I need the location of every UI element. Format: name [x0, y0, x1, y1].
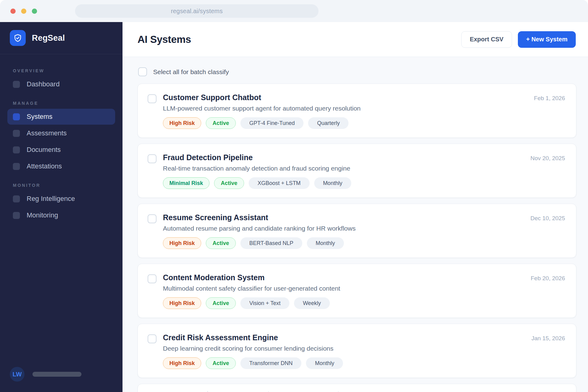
systems-list: Select all for batch classify Customer S…	[123, 57, 588, 392]
sidebar-item-reg-intelligence[interactable]: Reg Intelligence	[7, 191, 115, 207]
page-header: AI Systems Export CSV + New System	[123, 22, 588, 57]
avatar[interactable]: LW	[10, 367, 24, 382]
risk-badge: High Risk	[163, 357, 201, 369]
cadence-badge: Weekly	[294, 297, 330, 309]
browser-window: regseal.ai/systems RegSeal OVERVIEWDashb…	[0, 0, 588, 392]
cadence-badge: Monthly	[306, 357, 343, 369]
system-checkbox[interactable]	[148, 154, 156, 163]
address-bar-url: regseal.ai/systems	[171, 8, 223, 15]
system-date: Feb 20, 2026	[531, 275, 565, 282]
browser-chrome: regseal.ai/systems	[0, 0, 588, 22]
status-badge: Active	[214, 177, 244, 189]
system-description: Automated resume parsing and candidate r…	[163, 225, 523, 232]
model-badge: Transformer DNN	[240, 357, 301, 369]
system-date: Dec 10, 2025	[530, 215, 565, 222]
maximize-window-icon[interactable]	[32, 9, 37, 14]
sidebar-item-systems[interactable]: Systems	[7, 109, 115, 125]
page-title: AI Systems	[138, 34, 191, 45]
model-badge: BERT-Based NLP	[240, 237, 302, 249]
select-all-label: Select all for batch classify	[153, 68, 229, 76]
select-all-checkbox[interactable]	[138, 67, 147, 76]
system-card[interactable]: Credit Risk Assessment Engine Deep learn…	[138, 324, 576, 378]
main-area: AI Systems Export CSV + New System Selec…	[123, 22, 588, 392]
nav-section-label: MANAGE	[13, 101, 115, 106]
system-date: Feb 1, 2026	[534, 95, 565, 102]
sidebar-item-documents[interactable]: Documents	[7, 142, 115, 158]
model-badge: Vision + Text	[240, 297, 289, 309]
risk-badge: Minimal Risk	[163, 177, 209, 189]
square-icon	[13, 130, 20, 137]
system-card[interactable]: Resume Screening Assistant Automated res…	[138, 204, 576, 258]
sidebar-item-label: Documents	[27, 146, 61, 154]
shield-check-icon	[10, 30, 26, 46]
nav-section-label: MONITOR	[13, 183, 115, 188]
risk-badge: High Risk	[163, 297, 201, 309]
square-icon	[13, 195, 20, 202]
sidebar-item-attestations[interactable]: Attestations	[7, 158, 115, 174]
square-icon	[13, 163, 20, 170]
system-checkbox[interactable]	[148, 94, 156, 103]
system-date: Jan 15, 2026	[531, 335, 565, 342]
system-card[interactable]: Customer Support Chatbot LLM-powered cus…	[138, 84, 576, 138]
cadence-badge: Quarterly	[308, 117, 349, 129]
export-csv-button[interactable]: Export CSV	[461, 31, 512, 48]
square-icon	[13, 113, 20, 120]
system-description: Multimodal content safety classifier for…	[163, 285, 523, 292]
system-name: Customer Support Chatbot	[163, 93, 527, 102]
cadence-badge: Monthly	[307, 237, 344, 249]
user-name-placeholder	[32, 372, 81, 377]
system-checkbox[interactable]	[148, 334, 156, 343]
select-all-row: Select all for batch classify	[138, 67, 576, 76]
sidebar-item-monitoring[interactable]: Monitoring	[7, 207, 115, 223]
sidebar-item-assessments[interactable]: Assessments	[7, 125, 115, 141]
sidebar-item-label: Systems	[27, 113, 52, 121]
risk-badge: High Risk	[163, 237, 201, 249]
brand-name: RegSeal	[32, 33, 65, 43]
system-name: Fraud Detection Pipeline	[163, 153, 523, 162]
sidebar-item-label: Monitoring	[27, 211, 58, 219]
sidebar-footer: LW	[0, 359, 123, 392]
system-card[interactable]: Fraud Detection Pipeline Real-time trans…	[138, 144, 576, 198]
model-badge: GPT-4 Fine-Tuned	[240, 117, 303, 129]
sidebar: RegSeal OVERVIEWDashboardMANAGESystemsAs…	[0, 22, 123, 392]
model-badge: XGBoost + LSTM	[249, 177, 310, 189]
square-icon	[13, 212, 20, 219]
system-checkbox[interactable]	[148, 214, 156, 223]
sidebar-item-label: Reg Intelligence	[27, 195, 75, 203]
header-actions: Export CSV + New System	[461, 31, 576, 48]
system-checkbox[interactable]	[148, 274, 156, 283]
sidebar-nav: OVERVIEWDashboardMANAGESystemsAssessment…	[0, 54, 123, 359]
system-description: LLM-powered customer support agent for a…	[163, 105, 527, 112]
system-cards: Customer Support Chatbot LLM-powered cus…	[138, 84, 576, 378]
system-description: Real-time transaction anomaly detection …	[163, 165, 523, 172]
square-icon	[13, 146, 20, 153]
status-badge: Active	[206, 117, 236, 129]
cadence-badge: Monthly	[314, 177, 351, 189]
system-name: Credit Risk Assessment Engine	[163, 333, 524, 342]
brand: RegSeal	[0, 22, 123, 54]
window-controls	[10, 9, 37, 14]
address-bar[interactable]: regseal.ai/systems	[75, 4, 318, 18]
system-name: Content Moderation System	[163, 273, 523, 282]
sidebar-item-dashboard[interactable]: Dashboard	[7, 76, 115, 92]
new-system-button[interactable]: + New System	[518, 31, 576, 48]
system-date: Nov 20, 2025	[530, 155, 565, 162]
system-card[interactable]: Content Moderation System Multimodal con…	[138, 264, 576, 318]
sidebar-item-label: Dashboard	[27, 80, 60, 88]
status-badge: Active	[206, 357, 236, 369]
minimize-window-icon[interactable]	[21, 9, 26, 14]
sidebar-item-label: Assessments	[27, 129, 67, 137]
system-description: Deep learning credit scoring for consume…	[163, 345, 524, 352]
status-badge: Active	[206, 237, 236, 249]
sidebar-item-label: Attestations	[27, 162, 62, 170]
risk-badge: High Risk	[163, 117, 201, 129]
stats-bar: 5 systems total4 High Risk1 Minimal Risk…	[138, 384, 576, 392]
close-window-icon[interactable]	[10, 9, 16, 14]
square-icon	[13, 81, 20, 88]
nav-section-label: OVERVIEW	[13, 68, 115, 73]
system-name: Resume Screening Assistant	[163, 213, 523, 222]
status-badge: Active	[206, 297, 236, 309]
